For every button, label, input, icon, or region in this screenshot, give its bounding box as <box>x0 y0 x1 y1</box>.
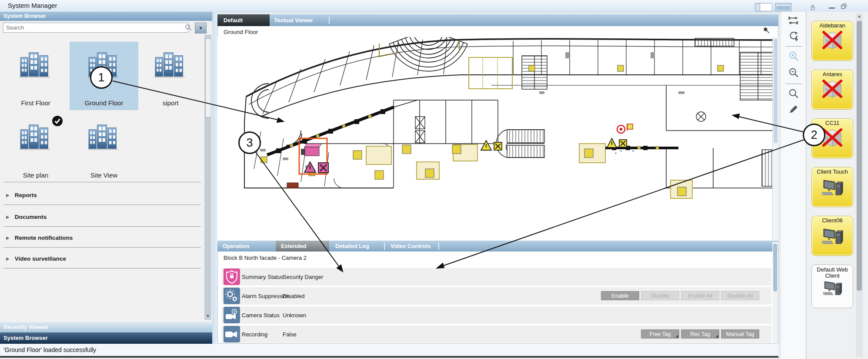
window-bottom-edge <box>0 356 778 358</box>
expander-icon[interactable]: ▶ <box>6 235 10 240</box>
tab-textual-viewer[interactable]: Textual Viewer <box>268 14 328 26</box>
property-value: Disabled <box>283 293 305 299</box>
divider <box>3 247 201 248</box>
server-disconnected-icon <box>821 30 844 50</box>
zoom-in-icon <box>788 50 799 62</box>
layout-left-pane-icon[interactable] <box>755 3 772 11</box>
tile-label: siport <box>140 99 201 107</box>
document-title: Ground Floor <box>224 29 258 35</box>
status-message: 'Ground Floor' loaded successfully <box>3 346 96 353</box>
svg-text:?: ? <box>233 310 236 314</box>
layout-bottom-pane-icon[interactable] <box>775 3 791 11</box>
client-name: Antares <box>812 70 853 77</box>
property-row-alarm-suppression[interactable]: Alarm Suppression Disabled Enable Disabl… <box>222 287 771 305</box>
gears-icon <box>224 288 240 304</box>
divider <box>3 205 201 205</box>
recently-viewed-bar[interactable]: Recently Viewed <box>0 322 212 332</box>
tab-detailed-log[interactable]: Detailed Log <box>330 241 384 252</box>
button-label: Rec Tag <box>690 331 710 337</box>
expander-icon[interactable]: ▶ <box>6 215 10 219</box>
search-input[interactable] <box>3 23 188 33</box>
plan-scrollbar[interactable] <box>772 37 778 241</box>
swap-layout-icon[interactable] <box>787 15 799 26</box>
pin-icon[interactable] <box>762 26 771 35</box>
rec-tag-button[interactable]: Rec Tag <box>681 329 719 339</box>
scrollbar-thumb[interactable] <box>774 39 778 143</box>
scrollbar-thumb[interactable] <box>857 21 862 291</box>
magnifier-icon[interactable] <box>788 88 799 99</box>
section-label: Video surveillance <box>15 255 66 262</box>
section-label: Reports <box>15 192 37 198</box>
client-tile-client06[interactable]: Client06 <box>811 216 853 256</box>
client-tile-antares[interactable]: Antares <box>811 70 853 110</box>
system-browser-footer-bar[interactable]: System Browser <box>0 332 212 344</box>
workstation-icon <box>820 178 845 198</box>
tab-default[interactable]: Default <box>217 14 270 26</box>
tile-label: First Floor <box>4 99 67 107</box>
tab-extended-operation[interactable]: Extended Operation <box>276 241 329 252</box>
disable-button[interactable]: Disable <box>641 291 679 300</box>
floor-plan[interactable] <box>217 37 773 241</box>
pencil-icon[interactable] <box>788 104 799 115</box>
layout-left-strip <box>755 3 760 11</box>
property-value: Unknown <box>283 312 306 319</box>
expander-icon[interactable]: ▶ <box>6 193 10 198</box>
search-options-dropdown[interactable]: ▼ <box>195 23 207 34</box>
split-button-corner <box>675 335 678 338</box>
sidebar-item-reports[interactable]: ▶ Reports <box>0 185 204 205</box>
tab-operation[interactable]: Operation <box>217 241 275 252</box>
building-icon <box>153 49 188 79</box>
manual-tag-button[interactable]: Manual Tag <box>721 329 759 339</box>
divider <box>3 226 201 227</box>
expander-icon[interactable]: ▶ <box>6 256 10 261</box>
enable-button[interactable]: Enable <box>601 291 639 300</box>
enable-all-button[interactable]: Enable All <box>681 291 719 300</box>
scroll-up-icon[interactable]: ▲ <box>856 14 863 18</box>
toolbar-divider <box>785 46 802 47</box>
tile-siport[interactable]: siport <box>140 42 201 110</box>
tile-first-floor[interactable]: First Floor <box>4 42 67 110</box>
tile-label: Ground Floor <box>70 99 138 107</box>
client-name: Default Web Client <box>812 265 853 279</box>
lock-icon <box>809 3 817 11</box>
sidebar-item-documents[interactable]: ▶ Documents <box>0 207 204 226</box>
minimize-button[interactable] <box>829 7 835 9</box>
zoom-out-icon[interactable] <box>788 67 799 78</box>
property-row-summary-status[interactable]: Summary Status Security Danger <box>222 268 771 285</box>
client-tile-default-web-client[interactable]: Default Web Client <box>811 265 853 308</box>
property-label: Recording <box>242 331 267 338</box>
free-tag-button[interactable]: Free Tag <box>641 329 679 339</box>
scrollbar-thumb[interactable] <box>205 38 211 117</box>
sidebar-item-remote-notifications[interactable]: ▶ Remote notifications <box>0 228 204 247</box>
section-label: Documents <box>15 214 47 220</box>
restore-button[interactable] <box>840 3 848 10</box>
toolbar-divider <box>785 84 802 84</box>
scroll-down-icon[interactable]: ▼ <box>204 314 211 318</box>
client-name: Aldebaran <box>812 21 853 29</box>
system-browser-header: System Browser <box>0 12 212 21</box>
disable-all-button[interactable]: Disable All <box>721 291 759 300</box>
title-bar <box>0 0 868 12</box>
sidebar-scrollbar[interactable]: ▼ <box>204 35 211 320</box>
property-row-recording[interactable]: Recording False Free Tag Rec Tag Manual … <box>222 325 771 343</box>
client-tile-client-touch[interactable]: Client Touch <box>811 167 853 207</box>
app-window: System Manager System Browser ▼ First Fl… <box>0 0 868 359</box>
property-value: False <box>283 331 297 338</box>
bottom-panel-scrollbar[interactable] <box>772 242 778 343</box>
tab-separator <box>438 242 439 250</box>
tab-video-controls[interactable]: Video Controls <box>385 241 438 252</box>
tile-site-view[interactable]: Site View <box>70 114 138 182</box>
scrollbar-thumb[interactable] <box>773 244 777 292</box>
tab-separator <box>329 17 330 24</box>
building-icon <box>18 121 53 151</box>
client-tile-aldebaran[interactable]: Aldebaran <box>811 21 853 61</box>
right-panel-scrollbar[interactable]: ▲ <box>856 13 863 357</box>
divider <box>3 182 201 182</box>
video-camera-icon <box>224 326 240 342</box>
refresh-download-icon[interactable] <box>788 30 799 42</box>
tile-label: Site View <box>70 171 138 179</box>
sidebar-item-video-surveillance[interactable]: ▶ Video surveillance <box>0 249 204 268</box>
property-row-camera-status[interactable]: ? Camera Status Unknown <box>222 306 771 324</box>
server-disconnected-icon <box>821 78 844 99</box>
callout-3: 3 <box>238 131 261 154</box>
